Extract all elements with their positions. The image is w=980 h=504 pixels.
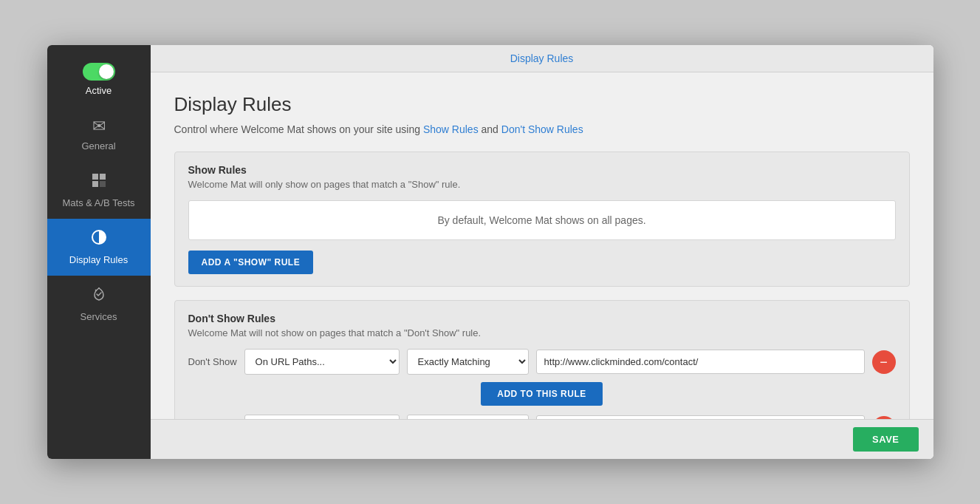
add-to-rule-button[interactable]: ADD TO THIS RULE — [481, 382, 602, 406]
services-label: Services — [80, 311, 117, 322]
match-select-1[interactable]: Exactly Matching Contains Starts With En… — [407, 349, 529, 375]
display-rules-label: Display Rules — [69, 254, 128, 265]
sidebar-item-active[interactable]: Active — [47, 52, 151, 106]
active-toggle[interactable] — [83, 63, 115, 81]
active-label: Active — [86, 85, 112, 96]
dont-show-rules-section: Don't Show Rules Welcome Mat will not sh… — [174, 300, 910, 419]
general-icon: ✉ — [92, 117, 106, 136]
content-area: Display Rules Control where Welcome Mat … — [151, 72, 933, 419]
svg-rect-0 — [92, 174, 98, 180]
sidebar: Active ✉ General Mats & A/B Tests — [47, 45, 151, 459]
sidebar-item-mats[interactable]: Mats & A/B Tests — [47, 162, 151, 219]
sidebar-item-general[interactable]: ✉ General — [47, 106, 151, 162]
svg-rect-3 — [100, 181, 106, 187]
main-panel: Display Rules Display Rules Control wher… — [151, 45, 933, 459]
display-rules-icon — [91, 229, 107, 250]
dont-show-rules-link[interactable]: Don't Show Rules — [501, 123, 583, 135]
and-text: and — [482, 123, 501, 135]
dont-show-rules-title: Don't Show Rules — [188, 313, 896, 324]
svg-rect-1 — [100, 174, 106, 180]
path-select-1[interactable]: On URL Paths... On a Specific URL On Hom… — [244, 349, 400, 375]
page-subtitle: Control where Welcome Mat shows on your … — [174, 123, 910, 135]
url-input-1[interactable] — [536, 350, 865, 374]
sidebar-item-display-rules[interactable]: Display Rules — [47, 219, 151, 276]
services-icon — [91, 286, 107, 307]
add-to-rule-wrap: ADD TO THIS RULE — [188, 382, 896, 406]
top-bar: Display Rules — [151, 45, 933, 72]
default-message: By default, Welcome Mat shows on all pag… — [188, 200, 896, 240]
show-rules-description: Welcome Mat will only show on pages that… — [188, 179, 896, 190]
dont-show-label-1: Don't Show — [188, 356, 237, 367]
mats-icon — [91, 172, 107, 193]
show-rules-section: Show Rules Welcome Mat will only show on… — [174, 151, 910, 287]
show-rules-title: Show Rules — [188, 164, 896, 176]
remove-rule-1-button[interactable]: − — [872, 350, 896, 374]
dont-show-rules-description: Welcome Mat will not show on pages that … — [188, 327, 896, 338]
general-label: General — [81, 140, 115, 151]
subtitle-text: Control where Welcome Mat shows on your … — [174, 123, 423, 135]
app-window: Active ✉ General Mats & A/B Tests — [47, 45, 933, 459]
top-bar-label: Display Rules — [510, 52, 574, 64]
show-rules-link[interactable]: Show Rules — [423, 123, 479, 135]
mats-label: Mats & A/B Tests — [62, 197, 134, 208]
dont-show-rule-row-1: Don't Show On URL Paths... On a Specific… — [188, 349, 896, 375]
sidebar-item-services[interactable]: Services — [47, 276, 151, 333]
svg-rect-2 — [92, 181, 98, 187]
page-title: Display Rules — [174, 93, 910, 116]
add-show-rule-button[interactable]: ADD A "SHOW" RULE — [188, 251, 314, 274]
bottom-bar: SAVE — [151, 419, 933, 459]
save-button[interactable]: SAVE — [853, 427, 918, 452]
